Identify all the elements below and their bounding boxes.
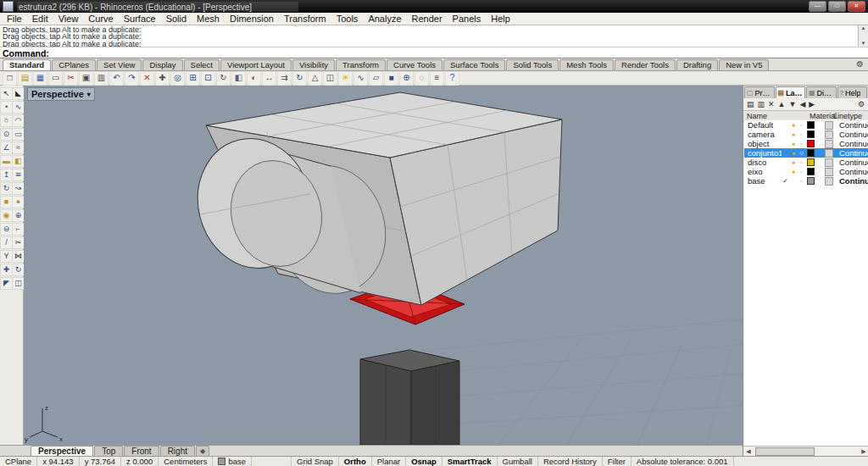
copy-object-icon[interactable]: ⇉ [277, 71, 292, 86]
layer-row-base[interactable]: base✓▫Continuous [744, 176, 868, 186]
new-layer-icon[interactable]: ▤ [747, 99, 754, 110]
toolbar-tab-viewport-layout[interactable]: Viewport Layout [220, 59, 292, 70]
toolbar-tab-set-view[interactable]: Set View [97, 59, 142, 70]
polyline-tool-icon[interactable]: ∠ [0, 141, 13, 154]
viewport-tab-right[interactable]: Right [160, 446, 195, 456]
circle-tool-icon[interactable]: ○ [0, 114, 13, 127]
zoom-dynamic-icon[interactable]: ◎ [170, 71, 185, 86]
command-history[interactable]: Drag objects, tap Alt to make a duplicat… [0, 25, 859, 47]
toolbar-tab-render-tools[interactable]: Render Tools [615, 59, 676, 70]
helix-tool-icon[interactable]: ≈ [12, 141, 25, 154]
layers-dialog-icon[interactable]: ≡ [430, 71, 444, 86]
app-icon[interactable] [3, 1, 14, 12]
viewport-tab-perspective[interactable]: Perspective [31, 446, 93, 456]
model-pedestal-box[interactable] [360, 350, 459, 445]
copy-to-clipboard-icon[interactable]: ▣ [79, 71, 93, 86]
maximize-button[interactable]: □ [828, 1, 846, 12]
toolbar-tab-curve-tools[interactable]: Curve Tools [387, 59, 442, 70]
toolbar-tab-select[interactable]: Select [184, 59, 220, 70]
viewport-perspective[interactable]: z x y Perspective ▾ [24, 86, 743, 445]
panel-tab-display[interactable]: ▦Display [806, 86, 837, 98]
layer-column-name[interactable]: Name [743, 112, 810, 120]
toolbar-tab-display[interactable]: Display [142, 59, 182, 70]
layer-marker-icon[interactable]: ○ [798, 149, 805, 157]
scroll-left-icon[interactable]: ◀ [743, 448, 754, 455]
toolbar-tab-standard[interactable]: Standard [3, 59, 51, 70]
undo-icon[interactable]: ↶ [109, 71, 124, 86]
solid-tools-icon[interactable]: ■ [384, 71, 398, 86]
save-file-icon[interactable]: ▦ [33, 71, 47, 86]
fillet-tool-icon[interactable]: ⌐ [12, 223, 25, 236]
light-icon[interactable]: ☀ [338, 71, 353, 86]
collapse-all-icon[interactable]: ◀ [799, 99, 805, 110]
toolbar-tab-visibility[interactable]: Visibility [292, 59, 335, 70]
extrude-tool-icon[interactable]: ↥ [0, 169, 13, 181]
trim-tool-icon[interactable]: ✂ [12, 236, 25, 249]
menu-item-render[interactable]: Render [407, 14, 448, 24]
surface-from-corners-tool-icon[interactable]: ◧ [12, 155, 25, 168]
print-icon[interactable]: ▭ [48, 71, 63, 86]
split-tool-icon[interactable]: Y [0, 250, 13, 263]
mirror-tool-icon[interactable]: ◫ [12, 277, 25, 290]
toolbar-options-gear-icon[interactable]: ⚙ [856, 58, 864, 70]
boolean-difference-tool-icon[interactable]: ⊖ [0, 223, 13, 236]
hide-objects-icon[interactable]: ◌ [415, 71, 429, 86]
viewport-title-menu-icon[interactable]: ▾ [87, 91, 91, 98]
command-prompt[interactable]: Command: [0, 47, 868, 59]
status-cplane-button[interactable]: CPlane [0, 457, 37, 466]
status-planar-toggle[interactable]: Planar [372, 457, 406, 466]
layer-on-bulb-icon[interactable]: ● [789, 159, 798, 165]
chamfer-tool-icon[interactable]: / [0, 236, 13, 249]
select-arrow-tool-icon[interactable]: ↖ [0, 87, 13, 100]
status-absolute-tolerance[interactable]: Absolute tolerance: 0.001 [632, 457, 734, 466]
cut-icon[interactable]: ✂ [64, 71, 78, 86]
zoom-window-icon[interactable]: ⊞ [186, 71, 200, 86]
command-history-scrollbar[interactable]: ▲ ▼ [858, 25, 868, 47]
status-smarttrack-toggle[interactable]: SmartTrack [442, 457, 498, 466]
status-current-layer[interactable]: base [213, 457, 252, 466]
layer-material-swatch[interactable] [825, 149, 833, 158]
move-layer-down-icon[interactable]: ▼ [789, 99, 797, 110]
scale-tool-icon[interactable]: ◤ [0, 277, 13, 290]
layer-material-swatch[interactable] [825, 177, 833, 186]
layer-material-swatch[interactable] [825, 158, 833, 167]
pan-view-icon[interactable]: ✚ [155, 71, 170, 86]
toolbar-tab-mesh-tools[interactable]: Mesh Tools [559, 59, 614, 70]
layer-lock-icon[interactable]: ▫ [798, 131, 805, 137]
scrollbar-thumb[interactable] [755, 447, 815, 456]
rotate-view-icon[interactable]: ↻ [216, 71, 231, 86]
viewport-title[interactable]: Perspective ▾ [27, 87, 95, 101]
layer-material-swatch[interactable] [825, 121, 833, 130]
menu-item-mesh[interactable]: Mesh [192, 14, 225, 24]
revolve-tool-icon[interactable]: ↻ [0, 182, 13, 195]
layer-on-bulb-icon[interactable]: ● [789, 169, 798, 175]
toolbar-tab-solid-tools[interactable]: Solid Tools [506, 59, 559, 70]
panel-tab-properties[interactable]: ▢Properties [744, 86, 775, 98]
boolean-union-tool-icon[interactable]: ⊕ [12, 209, 25, 222]
layer-color-swatch[interactable] [807, 177, 815, 185]
close-button[interactable]: ✕ [848, 1, 865, 12]
join-tool-icon[interactable]: ⋈ [12, 250, 25, 263]
point-tool-icon[interactable]: • [0, 101, 13, 114]
scroll-down-icon[interactable]: ▼ [859, 41, 868, 47]
layer-row-default[interactable]: Default●▫Continuous [744, 120, 868, 130]
layer-color-swatch[interactable] [807, 149, 815, 157]
menu-item-transform[interactable]: Transform [279, 14, 331, 24]
layer-row-object[interactable]: object●▫Continuous [744, 139, 868, 148]
box-tool-icon[interactable]: ■ [0, 196, 13, 208]
layer-row-disco[interactable]: disco●▫Continuous [744, 158, 868, 167]
new-file-icon[interactable]: □ [3, 71, 17, 86]
panel-tab-layers[interactable]: ▤Layers [776, 86, 806, 98]
toolbar-tab-transform[interactable]: Transform [336, 59, 386, 70]
status-y-coordinate[interactable]: y 73.764 [80, 457, 121, 466]
open-file-icon[interactable]: ▤ [18, 71, 32, 86]
layer-on-bulb-icon[interactable]: ● [789, 131, 798, 137]
menu-item-surface[interactable]: Surface [119, 14, 161, 24]
rotate-object-icon[interactable]: ↻ [292, 71, 307, 86]
status-osnap-toggle[interactable]: Osnap [406, 457, 442, 466]
scroll-right-icon[interactable]: ▶ [859, 448, 868, 455]
layer-material-swatch[interactable] [825, 140, 833, 148]
mirror-object-icon[interactable]: ◫ [323, 71, 337, 86]
menu-item-curve[interactable]: Curve [83, 14, 118, 24]
status-filter-button[interactable]: Filter [603, 457, 632, 466]
